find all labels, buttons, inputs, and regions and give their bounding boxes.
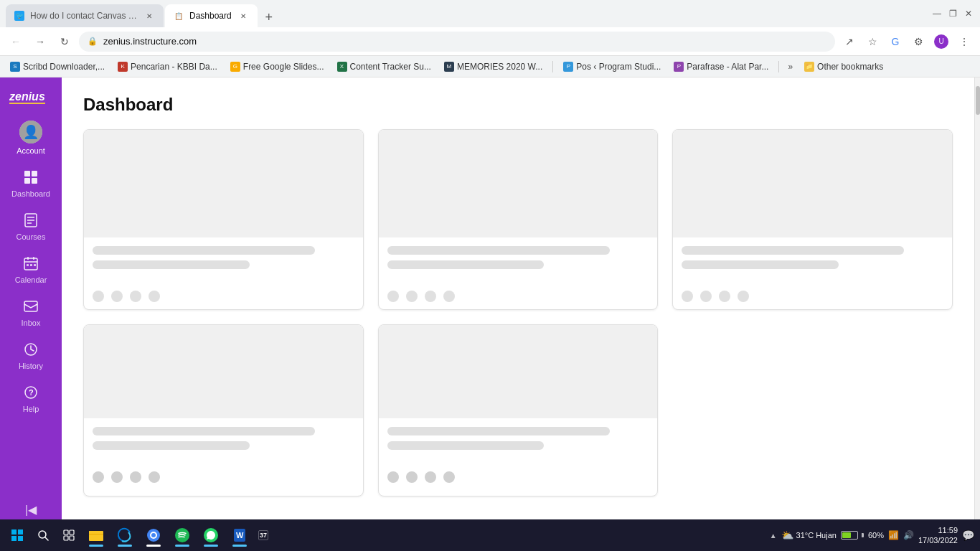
courses-icon [22, 211, 40, 230]
svg-rect-27 [64, 530, 68, 534]
bookmark-slides-icon: G [230, 62, 240, 72]
bookmark-content-icon: X [337, 62, 347, 72]
dot [443, 471, 455, 483]
battery-percent: 60% [868, 531, 884, 540]
svg-rect-3 [32, 171, 37, 176]
google-icon[interactable]: G [885, 32, 905, 52]
app-container: zenius 👤 Account Dash [0, 77, 980, 525]
sidebar-account-label: Account [17, 146, 45, 155]
card2-body [379, 237, 658, 283]
bookmark-parafrase-label: Parafrase - Alat Par... [687, 62, 768, 72]
share-button[interactable]: ↗ [839, 32, 859, 52]
reload-button[interactable]: ↻ [55, 32, 75, 52]
sidebar-item-inbox[interactable]: Inbox [0, 290, 62, 333]
battery-bar [841, 531, 858, 540]
sidebar-logo[interactable]: zenius [9, 77, 52, 113]
dot [387, 471, 399, 483]
svg-point-37 [175, 528, 189, 542]
card4-dots [84, 464, 363, 490]
collapse-icon: |◀ [25, 503, 37, 517]
bookmarks-more[interactable]: » [785, 60, 796, 73]
tab2-close[interactable]: ✕ [237, 10, 249, 22]
profile-button[interactable]: U [931, 32, 951, 52]
taskbar-app-edge[interactable] [112, 522, 138, 548]
card1-skeleton-line2 [93, 260, 250, 269]
back-button[interactable]: ← [6, 32, 26, 52]
taskbar-app-whatsapp[interactable] [198, 522, 224, 548]
restore-button[interactable]: ❐ [947, 8, 958, 19]
tab1-close[interactable]: ✕ [143, 10, 155, 22]
bookmark-star-button[interactable]: ☆ [862, 32, 882, 52]
bookmark-scribd[interactable]: S Scribd Downloader,... [6, 60, 109, 73]
svg-rect-17 [24, 301, 37, 311]
tab2-favicon: 📋 [174, 11, 184, 21]
svg-text:W: W [236, 531, 244, 540]
sound-icon: 🔊 [903, 530, 914, 540]
calendar-icon [22, 254, 40, 273]
dot [93, 291, 104, 302]
sidebar-item-help[interactable]: ? Help [0, 376, 62, 419]
bookmark-memories[interactable]: M MEMORIES 2020 W... [440, 60, 547, 73]
card1-image [84, 130, 363, 237]
svg-rect-21 [11, 529, 17, 534]
sidebar-item-account[interactable]: 👤 Account [0, 113, 62, 161]
bookmark-content[interactable]: X Content Tracker Su... [333, 60, 435, 73]
extensions-button[interactable]: ⚙ [908, 32, 928, 52]
chrome-menu-button[interactable]: ⋮ [954, 32, 974, 52]
scrollbar[interactable] [974, 77, 980, 525]
svg-rect-22 [18, 529, 23, 534]
bookmark-parafrase[interactable]: P Parafrase - Alat Par... [669, 60, 773, 73]
course-card-5[interactable] [378, 324, 659, 496]
sidebar-item-history[interactable]: History [0, 333, 62, 376]
card1-skeleton-line1 [93, 246, 315, 255]
card5-skeleton-line2 [387, 441, 545, 450]
nav-right-icons: ↗ ☆ G ⚙ U ⋮ [839, 32, 974, 52]
tab1-favicon: 🐦 [14, 11, 24, 21]
sidebar-item-dashboard[interactable]: Dashboard [0, 161, 62, 204]
taskbar-app-spotify[interactable] [169, 522, 195, 548]
svg-rect-28 [70, 530, 74, 534]
history-icon [22, 340, 40, 359]
address-text: zenius.instructure.com [103, 36, 826, 47]
address-bar[interactable]: 🔒 zenius.instructure.com [79, 32, 835, 52]
course-card-4[interactable] [83, 324, 364, 496]
course-card-2[interactable] [378, 129, 659, 310]
bookmark-pos[interactable]: P Pos ‹ Program Studi... [559, 60, 665, 73]
dot [130, 291, 141, 302]
svg-rect-5 [32, 178, 37, 184]
bookmark-kbbi[interactable]: K Pencarian - KBBI Da... [113, 60, 222, 73]
bookmark-scribd-icon: S [10, 62, 20, 72]
card2-dots [379, 283, 658, 309]
start-button[interactable] [6, 524, 29, 547]
close-button[interactable]: ✕ [963, 8, 974, 19]
sidebar-item-courses[interactable]: Courses [0, 204, 62, 247]
sidebar-history-label: History [19, 362, 43, 370]
taskbar-app-chrome[interactable] [141, 522, 166, 548]
taskbar-app-explorer[interactable] [83, 522, 109, 548]
browser-tab-1[interactable]: 🐦 How do I contact Canvas Suppo... ✕ [6, 4, 164, 27]
battery-indicator: 60% [841, 531, 884, 540]
course-card-3[interactable] [672, 129, 953, 310]
minimize-button[interactable]: — [931, 8, 943, 19]
scrollbar-thumb[interactable] [976, 86, 980, 115]
new-tab-button[interactable]: + [259, 7, 279, 27]
notification-bell[interactable]: 💬 [962, 529, 974, 541]
bookmark-slides[interactable]: G Free Google Slides... [226, 60, 329, 73]
card3-body [673, 237, 952, 283]
bookmark-other[interactable]: 📁 Other bookmarks [800, 60, 887, 73]
course-card-1[interactable] [83, 129, 364, 310]
svg-text:?: ? [29, 388, 34, 397]
tray-up-arrow[interactable]: ▲ [770, 532, 777, 540]
browser-tab-2[interactable]: 📋 Dashboard ✕ [165, 4, 258, 27]
card1-body [84, 237, 363, 283]
clock-date: 17/03/2022 [918, 535, 958, 545]
search-taskbar-icon[interactable] [32, 524, 55, 547]
notification-badge[interactable]: 37 [258, 530, 268, 540]
forward-button[interactable]: → [30, 32, 50, 52]
task-view-icon[interactable] [57, 524, 80, 547]
sidebar-item-calendar[interactable]: Calendar [0, 247, 62, 290]
taskbar-app-word[interactable]: W [227, 522, 253, 548]
card2-skeleton-line2 [387, 260, 545, 269]
clock[interactable]: 11:59 17/03/2022 [918, 525, 958, 546]
dot [111, 291, 123, 302]
